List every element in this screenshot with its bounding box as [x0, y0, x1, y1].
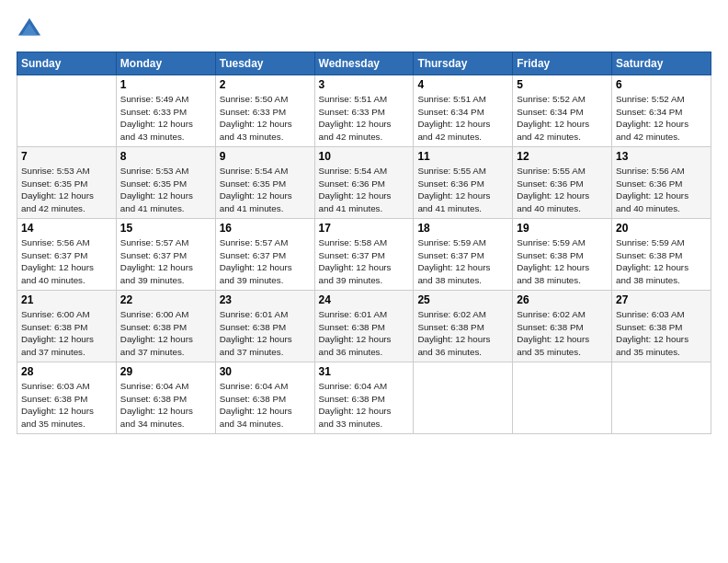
- day-info: Sunrise: 5:59 AM Sunset: 6:38 PM Dayligh…: [616, 236, 707, 287]
- day-info: Sunrise: 6:02 AM Sunset: 6:38 PM Dayligh…: [417, 308, 508, 359]
- day-info: Sunrise: 5:52 AM Sunset: 6:34 PM Dayligh…: [517, 93, 608, 144]
- column-header-tuesday: Tuesday: [215, 52, 314, 75]
- day-number: 27: [616, 293, 707, 306]
- day-number: 13: [616, 150, 707, 163]
- column-header-sunday: Sunday: [17, 52, 117, 75]
- day-info: Sunrise: 6:04 AM Sunset: 6:38 PM Dayligh…: [220, 380, 311, 431]
- day-number: 15: [120, 222, 211, 235]
- day-number: 3: [319, 78, 410, 91]
- day-number: 30: [220, 365, 311, 378]
- day-number: 21: [21, 293, 112, 306]
- calendar-cell: 20Sunrise: 5:59 AM Sunset: 6:38 PM Dayli…: [612, 219, 711, 291]
- day-number: 11: [417, 150, 508, 163]
- day-number: 12: [517, 150, 608, 163]
- calendar-cell: 8Sunrise: 5:53 AM Sunset: 6:35 PM Daylig…: [116, 147, 215, 219]
- column-header-saturday: Saturday: [612, 52, 711, 75]
- day-number: 6: [616, 78, 707, 91]
- day-info: Sunrise: 5:49 AM Sunset: 6:33 PM Dayligh…: [120, 93, 211, 144]
- day-info: Sunrise: 6:04 AM Sunset: 6:38 PM Dayligh…: [319, 380, 410, 431]
- day-info: Sunrise: 5:56 AM Sunset: 6:36 PM Dayligh…: [616, 165, 707, 215]
- column-header-wednesday: Wednesday: [314, 52, 414, 75]
- day-number: 19: [517, 222, 608, 235]
- day-number: 28: [21, 365, 112, 378]
- day-info: Sunrise: 5:51 AM Sunset: 6:34 PM Dayligh…: [417, 93, 508, 144]
- column-header-thursday: Thursday: [414, 52, 513, 75]
- day-number: 17: [319, 222, 410, 235]
- day-info: Sunrise: 5:59 AM Sunset: 6:37 PM Dayligh…: [417, 236, 508, 287]
- calendar-cell: 30Sunrise: 6:04 AM Sunset: 6:38 PM Dayli…: [215, 362, 314, 434]
- day-info: Sunrise: 5:55 AM Sunset: 6:36 PM Dayligh…: [517, 165, 608, 215]
- logo: [17, 17, 46, 42]
- day-number: 26: [517, 293, 608, 306]
- day-number: 29: [120, 365, 211, 378]
- day-number: 25: [417, 293, 508, 306]
- day-number: 1: [120, 78, 211, 91]
- calendar-cell: 13Sunrise: 5:56 AM Sunset: 6:36 PM Dayli…: [612, 147, 711, 219]
- day-info: Sunrise: 5:57 AM Sunset: 6:37 PM Dayligh…: [220, 236, 311, 287]
- day-info: Sunrise: 5:59 AM Sunset: 6:38 PM Dayligh…: [517, 236, 608, 287]
- calendar-cell: 14Sunrise: 5:56 AM Sunset: 6:37 PM Dayli…: [17, 219, 117, 291]
- calendar-cell: 12Sunrise: 5:55 AM Sunset: 6:36 PM Dayli…: [513, 147, 612, 219]
- calendar-cell: [612, 362, 711, 434]
- calendar-cell: 11Sunrise: 5:55 AM Sunset: 6:36 PM Dayli…: [414, 147, 513, 219]
- calendar-cell: 26Sunrise: 6:02 AM Sunset: 6:38 PM Dayli…: [513, 291, 612, 362]
- calendar-cell: 18Sunrise: 5:59 AM Sunset: 6:37 PM Dayli…: [414, 219, 513, 291]
- calendar-header-row: SundayMondayTuesdayWednesdayThursdayFrid…: [17, 52, 711, 75]
- day-info: Sunrise: 6:03 AM Sunset: 6:38 PM Dayligh…: [21, 380, 112, 431]
- calendar-cell: 31Sunrise: 6:04 AM Sunset: 6:38 PM Dayli…: [314, 362, 414, 434]
- calendar-cell: 6Sunrise: 5:52 AM Sunset: 6:34 PM Daylig…: [612, 75, 711, 147]
- calendar-cell: 9Sunrise: 5:54 AM Sunset: 6:35 PM Daylig…: [215, 147, 314, 219]
- day-number: 31: [319, 365, 410, 378]
- day-number: 16: [220, 222, 311, 235]
- day-info: Sunrise: 5:57 AM Sunset: 6:37 PM Dayligh…: [120, 236, 211, 287]
- day-info: Sunrise: 5:51 AM Sunset: 6:33 PM Dayligh…: [319, 93, 410, 144]
- calendar-cell: 27Sunrise: 6:03 AM Sunset: 6:38 PM Dayli…: [612, 291, 711, 362]
- calendar-cell: 16Sunrise: 5:57 AM Sunset: 6:37 PM Dayli…: [215, 219, 314, 291]
- day-info: Sunrise: 5:58 AM Sunset: 6:37 PM Dayligh…: [319, 236, 410, 287]
- day-info: Sunrise: 6:03 AM Sunset: 6:38 PM Dayligh…: [616, 308, 707, 359]
- day-info: Sunrise: 6:00 AM Sunset: 6:38 PM Dayligh…: [21, 308, 112, 359]
- day-number: 8: [120, 150, 211, 163]
- day-number: 4: [417, 78, 508, 91]
- day-info: Sunrise: 6:02 AM Sunset: 6:38 PM Dayligh…: [517, 308, 608, 359]
- day-info: Sunrise: 5:54 AM Sunset: 6:36 PM Dayligh…: [319, 165, 410, 215]
- day-info: Sunrise: 6:01 AM Sunset: 6:38 PM Dayligh…: [319, 308, 410, 359]
- day-number: 20: [616, 222, 707, 235]
- day-number: 2: [220, 78, 311, 91]
- column-header-monday: Monday: [116, 52, 215, 75]
- day-number: 5: [517, 78, 608, 91]
- calendar-week-row: 28Sunrise: 6:03 AM Sunset: 6:38 PM Dayli…: [17, 362, 711, 434]
- day-info: Sunrise: 5:54 AM Sunset: 6:35 PM Dayligh…: [220, 165, 311, 215]
- day-info: Sunrise: 5:55 AM Sunset: 6:36 PM Dayligh…: [417, 165, 508, 215]
- calendar-cell: 21Sunrise: 6:00 AM Sunset: 6:38 PM Dayli…: [17, 291, 117, 362]
- calendar-cell: 3Sunrise: 5:51 AM Sunset: 6:33 PM Daylig…: [314, 75, 414, 147]
- logo-icon: [17, 17, 42, 42]
- day-info: Sunrise: 6:01 AM Sunset: 6:38 PM Dayligh…: [220, 308, 311, 359]
- calendar-week-row: 21Sunrise: 6:00 AM Sunset: 6:38 PM Dayli…: [17, 291, 711, 362]
- calendar-cell: 15Sunrise: 5:57 AM Sunset: 6:37 PM Dayli…: [116, 219, 215, 291]
- calendar-cell: 29Sunrise: 6:04 AM Sunset: 6:38 PM Dayli…: [116, 362, 215, 434]
- day-number: 10: [319, 150, 410, 163]
- day-info: Sunrise: 5:53 AM Sunset: 6:35 PM Dayligh…: [21, 165, 112, 215]
- calendar-week-row: 7Sunrise: 5:53 AM Sunset: 6:35 PM Daylig…: [17, 147, 711, 219]
- calendar-week-row: 14Sunrise: 5:56 AM Sunset: 6:37 PM Dayli…: [17, 219, 711, 291]
- calendar-cell: 2Sunrise: 5:50 AM Sunset: 6:33 PM Daylig…: [215, 75, 314, 147]
- calendar-cell: 22Sunrise: 6:00 AM Sunset: 6:38 PM Dayli…: [116, 291, 215, 362]
- day-number: 23: [220, 293, 311, 306]
- day-number: 24: [319, 293, 410, 306]
- calendar-table: SundayMondayTuesdayWednesdayThursdayFrid…: [17, 52, 711, 434]
- calendar-cell: [17, 75, 117, 147]
- calendar-cell: 28Sunrise: 6:03 AM Sunset: 6:38 PM Dayli…: [17, 362, 117, 434]
- calendar-cell: 5Sunrise: 5:52 AM Sunset: 6:34 PM Daylig…: [513, 75, 612, 147]
- column-header-friday: Friday: [513, 52, 612, 75]
- day-number: 22: [120, 293, 211, 306]
- calendar-cell: 19Sunrise: 5:59 AM Sunset: 6:38 PM Dayli…: [513, 219, 612, 291]
- day-info: Sunrise: 6:00 AM Sunset: 6:38 PM Dayligh…: [120, 308, 211, 359]
- calendar-cell: 24Sunrise: 6:01 AM Sunset: 6:38 PM Dayli…: [314, 291, 414, 362]
- calendar-cell: 7Sunrise: 5:53 AM Sunset: 6:35 PM Daylig…: [17, 147, 117, 219]
- header: [17, 17, 711, 42]
- day-info: Sunrise: 5:56 AM Sunset: 6:37 PM Dayligh…: [21, 236, 112, 287]
- page-container: SundayMondayTuesdayWednesdayThursdayFrid…: [0, 0, 728, 443]
- day-info: Sunrise: 5:53 AM Sunset: 6:35 PM Dayligh…: [120, 165, 211, 215]
- day-info: Sunrise: 6:04 AM Sunset: 6:38 PM Dayligh…: [120, 380, 211, 431]
